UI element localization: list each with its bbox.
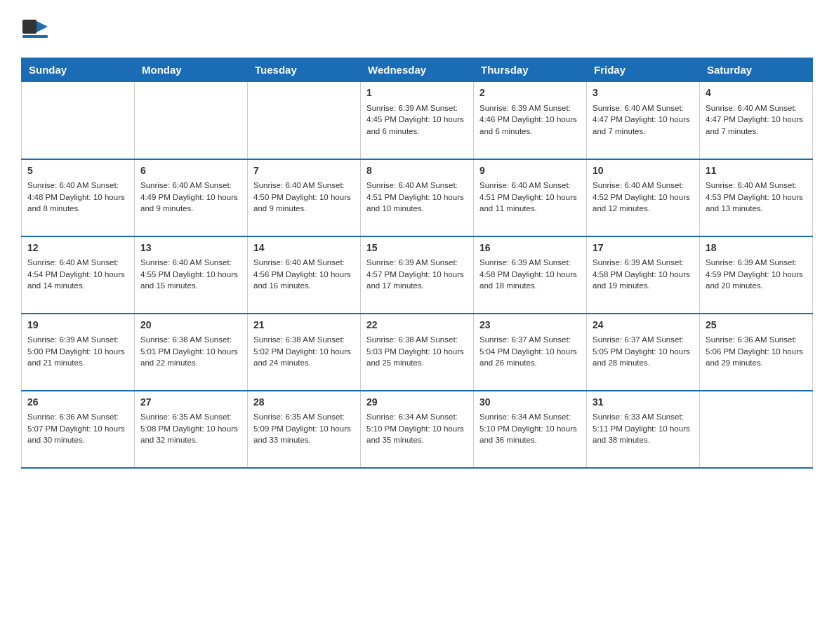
- day-number: 14: [253, 241, 355, 255]
- day-info: Sunrise: 6:40 AM Sunset: 4:48 PM Dayligh…: [27, 180, 128, 215]
- day-number: 20: [140, 318, 241, 333]
- calendar-cell: 11Sunrise: 6:40 AM Sunset: 4:53 PM Dayli…: [700, 159, 813, 236]
- day-number: 18: [706, 241, 807, 255]
- day-info: Sunrise: 6:37 AM Sunset: 5:04 PM Dayligh…: [479, 334, 581, 369]
- day-number: 12: [27, 241, 128, 255]
- day-number: 27: [140, 396, 241, 410]
- day-info: Sunrise: 6:35 AM Sunset: 5:09 PM Dayligh…: [253, 411, 355, 446]
- day-number: 6: [140, 164, 241, 178]
- calendar-cell: 8Sunrise: 6:40 AM Sunset: 4:51 PM Daylig…: [361, 159, 474, 236]
- calendar-cell: [248, 82, 361, 159]
- calendar-cell: 3Sunrise: 6:40 AM Sunset: 4:47 PM Daylig…: [587, 82, 700, 159]
- page-header: [21, 14, 813, 43]
- day-number: 7: [253, 164, 355, 178]
- week-row-1: 1Sunrise: 6:39 AM Sunset: 4:45 PM Daylig…: [22, 82, 813, 159]
- day-number: 2: [479, 86, 581, 100]
- day-number: 25: [706, 318, 807, 333]
- day-info: Sunrise: 6:39 AM Sunset: 4:58 PM Dayligh…: [479, 257, 581, 292]
- day-number: 23: [479, 318, 581, 333]
- header-tuesday: Tuesday: [248, 58, 361, 82]
- day-info: Sunrise: 6:38 AM Sunset: 5:01 PM Dayligh…: [140, 334, 241, 369]
- calendar-cell: 28Sunrise: 6:35 AM Sunset: 5:09 PM Dayli…: [248, 391, 361, 468]
- calendar-header-row: SundayMondayTuesdayWednesdayThursdayFrid…: [22, 58, 813, 82]
- day-info: Sunrise: 6:34 AM Sunset: 5:10 PM Dayligh…: [366, 411, 468, 446]
- calendar-cell: 30Sunrise: 6:34 AM Sunset: 5:10 PM Dayli…: [474, 391, 587, 468]
- calendar-cell: 12Sunrise: 6:40 AM Sunset: 4:54 PM Dayli…: [22, 236, 135, 314]
- calendar-cell: 16Sunrise: 6:39 AM Sunset: 4:58 PM Dayli…: [474, 236, 587, 314]
- day-number: 9: [479, 164, 581, 178]
- calendar-cell: 15Sunrise: 6:39 AM Sunset: 4:57 PM Dayli…: [361, 236, 474, 314]
- calendar-cell: [135, 82, 248, 159]
- day-info: Sunrise: 6:40 AM Sunset: 4:56 PM Dayligh…: [253, 257, 355, 292]
- day-number: 8: [366, 164, 468, 178]
- day-info: Sunrise: 6:39 AM Sunset: 4:46 PM Dayligh…: [479, 102, 581, 137]
- day-info: Sunrise: 6:40 AM Sunset: 4:53 PM Dayligh…: [706, 180, 807, 215]
- header-sunday: Sunday: [22, 58, 135, 82]
- day-number: 26: [27, 396, 128, 410]
- logo-icon: [21, 14, 51, 43]
- day-info: Sunrise: 6:40 AM Sunset: 4:55 PM Dayligh…: [140, 257, 241, 292]
- day-number: 1: [366, 86, 468, 100]
- week-row-2: 5Sunrise: 6:40 AM Sunset: 4:48 PM Daylig…: [22, 159, 813, 236]
- day-number: 13: [140, 241, 241, 255]
- calendar-cell: 1Sunrise: 6:39 AM Sunset: 4:45 PM Daylig…: [361, 82, 474, 159]
- calendar-cell: 18Sunrise: 6:39 AM Sunset: 4:59 PM Dayli…: [700, 236, 813, 314]
- day-info: Sunrise: 6:33 AM Sunset: 5:11 PM Dayligh…: [593, 411, 694, 446]
- calendar-cell: 7Sunrise: 6:40 AM Sunset: 4:50 PM Daylig…: [248, 159, 361, 236]
- day-info: Sunrise: 6:38 AM Sunset: 5:02 PM Dayligh…: [253, 334, 355, 369]
- calendar-cell: 29Sunrise: 6:34 AM Sunset: 5:10 PM Dayli…: [361, 391, 474, 468]
- calendar-cell: 14Sunrise: 6:40 AM Sunset: 4:56 PM Dayli…: [248, 236, 361, 314]
- header-saturday: Saturday: [700, 58, 813, 82]
- day-info: Sunrise: 6:38 AM Sunset: 5:03 PM Dayligh…: [366, 334, 468, 369]
- calendar-table: SundayMondayTuesdayWednesdayThursdayFrid…: [21, 58, 813, 469]
- day-number: 29: [366, 396, 468, 410]
- day-info: Sunrise: 6:36 AM Sunset: 5:07 PM Dayligh…: [27, 411, 128, 446]
- day-number: 22: [366, 318, 468, 333]
- week-row-3: 12Sunrise: 6:40 AM Sunset: 4:54 PM Dayli…: [22, 236, 813, 314]
- calendar-cell: 25Sunrise: 6:36 AM Sunset: 5:06 PM Dayli…: [700, 314, 813, 391]
- calendar-cell: 6Sunrise: 6:40 AM Sunset: 4:49 PM Daylig…: [135, 159, 248, 236]
- day-info: Sunrise: 6:34 AM Sunset: 5:10 PM Dayligh…: [479, 411, 581, 446]
- week-row-5: 26Sunrise: 6:36 AM Sunset: 5:07 PM Dayli…: [22, 391, 813, 468]
- calendar-cell: 19Sunrise: 6:39 AM Sunset: 5:00 PM Dayli…: [22, 314, 135, 391]
- calendar-cell: 22Sunrise: 6:38 AM Sunset: 5:03 PM Dayli…: [361, 314, 474, 391]
- svg-rect-0: [22, 20, 37, 34]
- day-number: 11: [706, 164, 807, 178]
- svg-marker-1: [37, 21, 48, 32]
- day-number: 24: [593, 318, 694, 333]
- calendar-cell: 21Sunrise: 6:38 AM Sunset: 5:02 PM Dayli…: [248, 314, 361, 391]
- calendar-cell: 5Sunrise: 6:40 AM Sunset: 4:48 PM Daylig…: [22, 159, 135, 236]
- day-info: Sunrise: 6:40 AM Sunset: 4:51 PM Dayligh…: [366, 180, 468, 215]
- day-number: 31: [593, 396, 694, 410]
- day-info: Sunrise: 6:40 AM Sunset: 4:50 PM Dayligh…: [253, 180, 355, 215]
- calendar-cell: 4Sunrise: 6:40 AM Sunset: 4:47 PM Daylig…: [700, 82, 813, 159]
- week-row-4: 19Sunrise: 6:39 AM Sunset: 5:00 PM Dayli…: [22, 314, 813, 391]
- calendar-cell: 17Sunrise: 6:39 AM Sunset: 4:58 PM Dayli…: [587, 236, 700, 314]
- calendar-cell: 10Sunrise: 6:40 AM Sunset: 4:52 PM Dayli…: [587, 159, 700, 236]
- day-info: Sunrise: 6:37 AM Sunset: 5:05 PM Dayligh…: [593, 334, 694, 369]
- day-info: Sunrise: 6:40 AM Sunset: 4:54 PM Dayligh…: [27, 257, 128, 292]
- calendar-cell: [700, 391, 813, 468]
- day-info: Sunrise: 6:39 AM Sunset: 4:58 PM Dayligh…: [593, 257, 694, 292]
- day-info: Sunrise: 6:39 AM Sunset: 4:57 PM Dayligh…: [366, 257, 468, 292]
- header-thursday: Thursday: [474, 58, 587, 82]
- day-number: 4: [706, 86, 807, 100]
- calendar-cell: 24Sunrise: 6:37 AM Sunset: 5:05 PM Dayli…: [587, 314, 700, 391]
- day-info: Sunrise: 6:40 AM Sunset: 4:49 PM Dayligh…: [140, 180, 241, 215]
- logo: [21, 14, 53, 43]
- day-info: Sunrise: 6:40 AM Sunset: 4:52 PM Dayligh…: [593, 180, 694, 215]
- calendar-cell: 13Sunrise: 6:40 AM Sunset: 4:55 PM Dayli…: [135, 236, 248, 314]
- day-number: 21: [253, 318, 355, 333]
- calendar-cell: 23Sunrise: 6:37 AM Sunset: 5:04 PM Dayli…: [474, 314, 587, 391]
- day-number: 17: [593, 241, 694, 255]
- calendar-cell: 26Sunrise: 6:36 AM Sunset: 5:07 PM Dayli…: [22, 391, 135, 468]
- day-info: Sunrise: 6:35 AM Sunset: 5:08 PM Dayligh…: [140, 411, 241, 446]
- day-number: 15: [366, 241, 468, 255]
- day-number: 28: [253, 396, 355, 410]
- calendar-cell: 27Sunrise: 6:35 AM Sunset: 5:08 PM Dayli…: [135, 391, 248, 468]
- day-info: Sunrise: 6:40 AM Sunset: 4:51 PM Dayligh…: [479, 180, 581, 215]
- day-info: Sunrise: 6:40 AM Sunset: 4:47 PM Dayligh…: [706, 102, 807, 137]
- header-wednesday: Wednesday: [361, 58, 474, 82]
- header-friday: Friday: [587, 58, 700, 82]
- calendar-cell: [22, 82, 135, 159]
